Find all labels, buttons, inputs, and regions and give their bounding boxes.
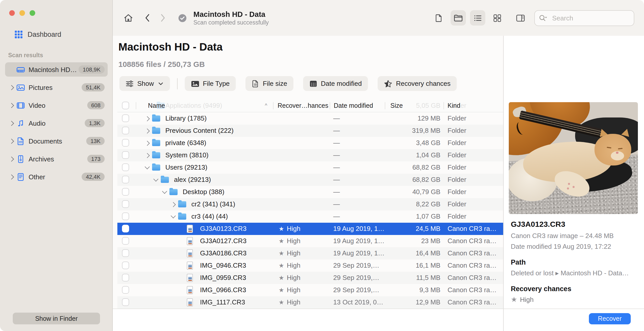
column-header-kind[interactable]: Kind (448, 100, 460, 112)
row-name: Desktop (388) (183, 186, 224, 198)
row-date: — (333, 112, 340, 125)
sidebar-item-archives[interactable]: Archives 173 (5, 152, 108, 166)
table-row[interactable]: IMG_0959.CR3 ★ High 29 Sep 2019,… 11,5 M… (117, 272, 503, 284)
row-checkbox[interactable] (122, 274, 129, 281)
row-checkbox[interactable] (122, 151, 129, 159)
disclosure-chevron-icon[interactable] (171, 202, 176, 207)
recovery-star-icon: ★ (279, 223, 284, 235)
disclosure-chevron-icon[interactable] (145, 141, 150, 146)
table-row[interactable]: IMG_0966.CR3 ★ High 29 Sep 2019,… 9,3 MB… (117, 284, 503, 296)
chevron-right-icon[interactable] (9, 156, 14, 161)
row-checkbox[interactable] (122, 237, 129, 245)
disclosure-chevron-icon[interactable] (162, 189, 167, 194)
date-modified-filter-button[interactable]: Date modified (303, 76, 368, 91)
table-row[interactable]: alex (29213) — 68,82 GB Folder (117, 174, 503, 186)
preview-image[interactable] (509, 102, 638, 214)
file-size-filter-button[interactable]: File size (245, 76, 293, 91)
row-name: IMG_0966.CR3 (200, 284, 246, 296)
zoom-window-button[interactable] (30, 10, 35, 16)
chevron-right-icon[interactable] (9, 103, 14, 108)
row-recovery: High (287, 296, 301, 309)
file-view-button[interactable] (431, 10, 447, 26)
row-checkbox[interactable] (122, 176, 129, 183)
table-row[interactable]: IMG_0946.CR3 ★ High 29 Sep 2019,… 16,1 M… (117, 259, 503, 272)
row-checkbox[interactable] (122, 262, 129, 269)
back-button[interactable] (143, 13, 152, 22)
disclosure-chevron-icon[interactable] (145, 116, 150, 121)
select-all-checkbox[interactable] (122, 102, 129, 109)
recovery-chances-filter-button[interactable]: Recovery chances (378, 76, 457, 91)
row-checkbox[interactable] (122, 163, 129, 171)
table-row[interactable]: GJ3A0186.CR3 ★ High 19 Aug 2019, 1… 16,4… (117, 247, 503, 259)
folder-icon (152, 152, 160, 158)
row-name: GJ3A0127.CR3 (200, 235, 246, 247)
sidebar-item-documents[interactable]: Documents 13K (5, 134, 108, 148)
row-name: private (6348) (165, 137, 206, 149)
disclosure-chevron-icon[interactable] (145, 128, 150, 134)
table-row[interactable]: GJ3A0123.CR3 ★ High 19 Aug 2019, 1… 24,5… (117, 223, 503, 235)
table-row[interactable]: Previous Content (222) — 319,8 MB Folder (117, 125, 503, 137)
folder-view-button[interactable] (451, 10, 466, 26)
preview-panel-toggle-button[interactable] (513, 10, 528, 26)
show-in-finder-button[interactable]: Show in Finder (13, 313, 100, 324)
row-checkbox[interactable] (122, 127, 129, 134)
table-row[interactable]: Desktop (388) — 40,79 GB Folder (117, 186, 503, 198)
grid-view-button[interactable] (489, 10, 505, 26)
sidebar-item-video[interactable]: Video 608 (5, 98, 108, 112)
row-kind: Folder (448, 112, 466, 125)
row-checkbox[interactable] (122, 212, 129, 220)
row-checkbox[interactable] (122, 225, 129, 232)
audio-icon (16, 119, 25, 127)
search-input[interactable] (551, 14, 625, 22)
recover-button[interactable]: Recover (589, 313, 631, 324)
table-row[interactable]: cr2 (341) (341) — 8,22 GB Folder (117, 198, 503, 210)
search-field[interactable] (534, 10, 634, 26)
home-button[interactable] (123, 13, 133, 23)
star-half-icon (384, 79, 392, 88)
table-row[interactable]: private (6348) — 3,48 GB Folder (117, 137, 503, 149)
sidebar-item-pictures[interactable]: Pictures 51,4K (5, 80, 108, 94)
disclosure-chevron-icon[interactable] (171, 213, 176, 218)
table-row[interactable]: Library (1785) — 129 MB Folder (117, 112, 503, 125)
chevron-right-icon[interactable] (9, 121, 14, 126)
row-checkbox[interactable] (122, 139, 129, 147)
table-row[interactable]: System (3810) — 1,04 GB Folder (117, 149, 503, 161)
chevron-right-icon[interactable] (9, 174, 14, 179)
table-row[interactable]: IMG_1117.CR3 ★ High 13 Oct 2019, 0… 12,9… (117, 296, 503, 309)
disclosure-chevron-icon[interactable] (145, 153, 150, 158)
file-size-filter-label: File size (263, 80, 287, 87)
table-row[interactable]: Users (29213) — 68,82 GB Folder (117, 161, 503, 174)
file-type-filter-button[interactable]: File Type (184, 76, 236, 91)
table-row[interactable]: GJ3A0127.CR3 ★ High 19 Aug 2019, 1… 23 M… (117, 235, 503, 247)
chevron-right-icon[interactable] (9, 138, 14, 144)
forward-button[interactable] (159, 13, 167, 22)
sidebar-item-label: Pictures (29, 84, 82, 91)
row-checkbox[interactable] (122, 188, 129, 196)
row-checkbox[interactable] (122, 200, 129, 208)
ghost-row-name: Applications (9499) (165, 100, 222, 112)
sidebar-item-other[interactable]: Other 42,4K (5, 170, 108, 184)
preview-date-value: 19 Aug 2019, 17:22 (554, 243, 611, 250)
chevron-right-icon[interactable] (9, 85, 14, 90)
sort-ascending-icon[interactable]: ^ (265, 100, 267, 112)
row-checkbox[interactable] (122, 298, 129, 306)
column-header-name[interactable]: Name (148, 100, 165, 112)
sidebar-item-audio[interactable]: Audio 1,3K (5, 116, 108, 130)
close-window-button[interactable] (9, 10, 15, 16)
show-filter-button[interactable]: Show (119, 76, 170, 91)
row-checkbox[interactable] (122, 249, 129, 257)
row-checkbox[interactable] (122, 286, 129, 294)
row-kind: Canon CR3 ra… (448, 223, 497, 235)
column-header-recovery[interactable]: Recover…hances (278, 100, 328, 112)
sidebar-item-dashboard[interactable]: Dashboard (6, 28, 107, 41)
table-row[interactable]: cr3 (44) (44) — 1,07 GB Folder (117, 210, 503, 223)
column-header-date[interactable]: Date modified (334, 100, 373, 112)
disclosure-chevron-icon[interactable] (145, 164, 150, 169)
list-view-button[interactable] (470, 10, 485, 26)
disclosure-chevron-icon[interactable] (153, 176, 158, 182)
column-header-size[interactable]: Size (390, 100, 403, 112)
row-checkbox[interactable] (122, 114, 129, 122)
sidebar-item-macintosh-hd-[interactable]: Macintosh HD… 108,9K (5, 62, 108, 77)
minimize-window-button[interactable] (19, 10, 25, 16)
dashboard-grid-icon (14, 30, 23, 39)
